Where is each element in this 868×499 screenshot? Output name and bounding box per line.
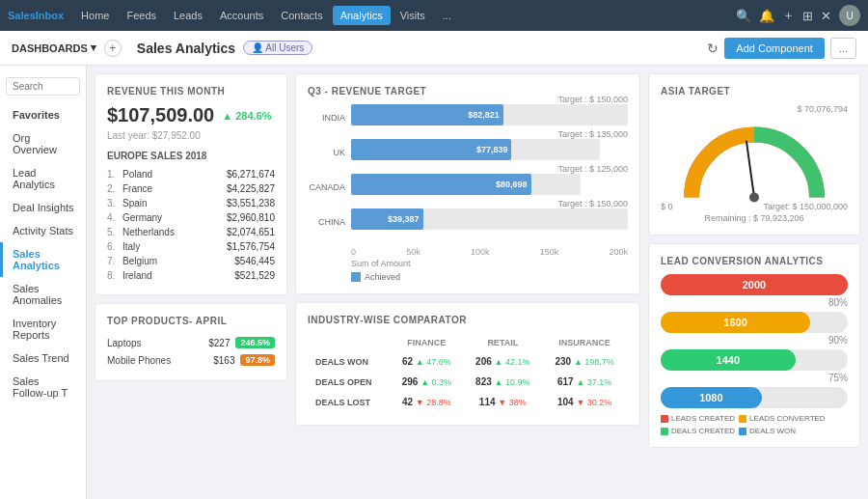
sidebar-item-org-overview[interactable]: Org Overview	[0, 126, 86, 161]
asia-title: ASIA TARGET	[661, 86, 848, 97]
chevron-down-icon: ▾	[91, 42, 96, 54]
lead-legend-item: LEADS CREATED	[661, 414, 735, 423]
more-options-button[interactable]: ...	[830, 38, 856, 59]
chart-axis-label: Sum of Amount	[308, 259, 628, 268]
sidebar-item-inventory-reports[interactable]: Inventory Reports	[0, 312, 86, 347]
asia-top-value: $ 70,076,794	[661, 104, 848, 114]
chart-legend: Achieved	[308, 272, 628, 282]
sidebar-item-sales-anomalies[interactable]: Sales Anomalies	[0, 277, 86, 312]
nav-visits[interactable]: Visits	[393, 6, 433, 25]
page-title: Sales Analytics	[137, 41, 235, 56]
europe-list-item: 7.Belgium$546,445	[107, 254, 275, 268]
bell-icon[interactable]: 🔔	[759, 9, 774, 23]
search-input[interactable]	[6, 77, 80, 96]
layout-icon[interactable]: ⊞	[802, 9, 813, 23]
add-component-button[interactable]: Add Component	[724, 38, 825, 59]
dashboards-button[interactable]: DASHBOARDS ▾	[12, 42, 96, 54]
sidebar-item-lead-analytics[interactable]: Lead Analytics	[0, 161, 86, 196]
all-users-filter[interactable]: 👤 All Users	[243, 41, 312, 55]
gauge-target: Target: $ 150,000,000	[763, 202, 848, 211]
col-header-insurance: INSURANCE	[543, 335, 626, 350]
col-header-finance: FINANCE	[391, 335, 462, 350]
lead-bars: 2000 80% 1600 90% 1440 75% 1080	[661, 274, 848, 408]
sidebar-item-sales-followup[interactable]: Sales Follow-up T	[0, 370, 86, 404]
lead-bar-row: 2000 80%	[661, 274, 848, 308]
nav-contacts[interactable]: Contacts	[273, 6, 330, 25]
content-area: REVENUE THIS MONTH $107,509.00 ▲ 284.6% …	[87, 66, 868, 499]
lead-bar-row: 1600 90%	[661, 312, 848, 346]
revenue-title: REVENUE THIS MONTH	[107, 86, 275, 97]
avatar[interactable]: U	[839, 5, 860, 26]
nav-right-icons: 🔍 🔔 ＋ ⊞ ✕ U	[736, 5, 860, 26]
main-layout: Favorites Org Overview Lead Analytics De…	[0, 66, 868, 499]
nav-analytics[interactable]: Analytics	[333, 6, 391, 25]
table-row: DEALS WON 62 ▲ 47.6% 206 ▲ 42.1% 230 ▲ 1…	[310, 352, 626, 371]
revenue-amount: $107,509.00	[107, 104, 214, 126]
product-item: Laptops$227246.5%	[107, 334, 275, 351]
lead-legend: LEADS CREATEDLEADS CONVERTEDDEALS CREATE…	[661, 414, 848, 435]
asia-target-card: ASIA TARGET $ 70,076,794 $ 0 Target	[648, 73, 860, 236]
chart-axis: 0 50k 100k 150k 200k	[308, 243, 628, 257]
nav-feeds[interactable]: Feeds	[119, 6, 164, 25]
europe-list-item: 6.Italy$1,576,754	[107, 239, 275, 254]
q3-bar-row: INDIA $82,821 Target : $ 150,000	[308, 104, 628, 131]
product-item: Mobile Phones$16397.8%	[107, 351, 275, 369]
gauge-axis: $ 0 Target: $ 150,000,000	[661, 202, 848, 211]
filter-icon: 👤	[252, 42, 265, 53]
sidebar-item-sales-analytics[interactable]: Sales Analytics	[0, 242, 86, 277]
europe-sales-list: 1.Poland$6,271,6742.France$4,225,8273.Sp…	[107, 167, 275, 283]
nav-more[interactable]: ...	[435, 6, 459, 25]
add-dashboard-button[interactable]: +	[104, 40, 122, 57]
q3-revenue-card: Q3 - REVENUE TARGET INDIA $82,821 Target…	[295, 73, 640, 294]
nav-home[interactable]: Home	[73, 6, 117, 25]
gauge-svg	[677, 118, 831, 209]
lead-conversion-card: LEAD CONVERSION ANALYTICS 2000 80% 1600 …	[648, 243, 860, 448]
revenue-change: ▲ 284.6%	[222, 110, 271, 122]
achieved-legend-label: Achieved	[365, 272, 400, 282]
search-icon[interactable]: 🔍	[736, 9, 751, 23]
europe-list-item: 2.France$4,225,827	[107, 181, 275, 196]
q3-bar-row: UK $77,839 Target : $ 135,000	[308, 139, 628, 166]
gauge-min: $ 0	[661, 202, 673, 211]
lead-legend-item: DEALS WON	[739, 427, 796, 435]
q3-bar-row: CHINA $39,387 Target : $ 150,000	[308, 208, 628, 236]
close-icon[interactable]: ✕	[821, 9, 831, 23]
sidebar: Favorites Org Overview Lead Analytics De…	[0, 66, 87, 499]
industry-table-body: DEALS WON 62 ▲ 47.6% 206 ▲ 42.1% 230 ▲ 1…	[310, 352, 626, 411]
lead-title: LEAD CONVERSION ANALYTICS	[661, 256, 848, 266]
lead-bar-row: 1080	[661, 387, 848, 408]
sub-navigation: DASHBOARDS ▾ + Sales Analytics 👤 All Use…	[0, 31, 868, 66]
sidebar-item-activity-stats[interactable]: Activity Stats	[0, 219, 86, 242]
products-list: Laptops$227246.5%Mobile Phones$16397.8%	[107, 334, 275, 369]
lead-legend-item: DEALS CREATED	[661, 427, 735, 435]
svg-point-1	[749, 193, 759, 203]
sidebar-item-sales-trend[interactable]: Sales Trend	[0, 347, 86, 370]
achieved-legend-box	[351, 272, 361, 282]
europe-list-item: 4.Germany$2,960,810	[107, 210, 275, 225]
table-row: DEALS LOST 42 ▼ 28.8% 114 ▼ 38% 104 ▼ 30…	[310, 393, 626, 411]
industry-table: FINANCE RETAIL INSURANCE DEALS WON 62 ▲ …	[308, 333, 628, 413]
revenue-last-year: Last year: $27,952.00	[107, 130, 275, 141]
col-header-row-label	[310, 335, 389, 350]
q3-bar-row: CANADA $80,698 Target : $ 125,000	[308, 174, 628, 201]
q3-bar-chart: INDIA $82,821 Target : $ 150,000 UK $77,…	[308, 104, 628, 236]
table-row: DEALS OPEN 296 ▲ 0.3% 823 ▲ 10.9% 617 ▲ …	[310, 373, 626, 391]
sub-nav-actions: ↻ Add Component ...	[707, 38, 856, 59]
app-logo: SalesInbox	[8, 10, 64, 21]
sidebar-item-favorites[interactable]: Favorites	[0, 103, 86, 126]
top-navigation: SalesInbox Home Feeds Leads Accounts Con…	[0, 0, 868, 31]
col-header-retail: RETAIL	[464, 335, 541, 350]
gauge-remaining: Remaining : $ 79,923,206	[704, 213, 803, 223]
europe-title: EUROPE SALES 2018	[107, 151, 275, 161]
europe-list-item: 8.Ireland$521,529	[107, 268, 275, 283]
refresh-icon[interactable]: ↻	[707, 41, 719, 56]
sidebar-item-deal-insights[interactable]: Deal Insights	[0, 196, 86, 219]
europe-list-item: 3.Spain$3,551,238	[107, 196, 275, 210]
top-products-card: TOP PRODUCTS- APRIL Laptops$227246.5%Mob…	[95, 303, 287, 381]
top-products-title: TOP PRODUCTS- APRIL	[107, 316, 275, 326]
plus-icon[interactable]: ＋	[782, 7, 795, 24]
lead-legend-item: LEADS CONVERTED	[739, 414, 826, 423]
nav-leads[interactable]: Leads	[166, 6, 210, 25]
nav-accounts[interactable]: Accounts	[212, 6, 271, 25]
industry-title: INDUSTRY-WISE COMPARATOR	[308, 315, 628, 325]
